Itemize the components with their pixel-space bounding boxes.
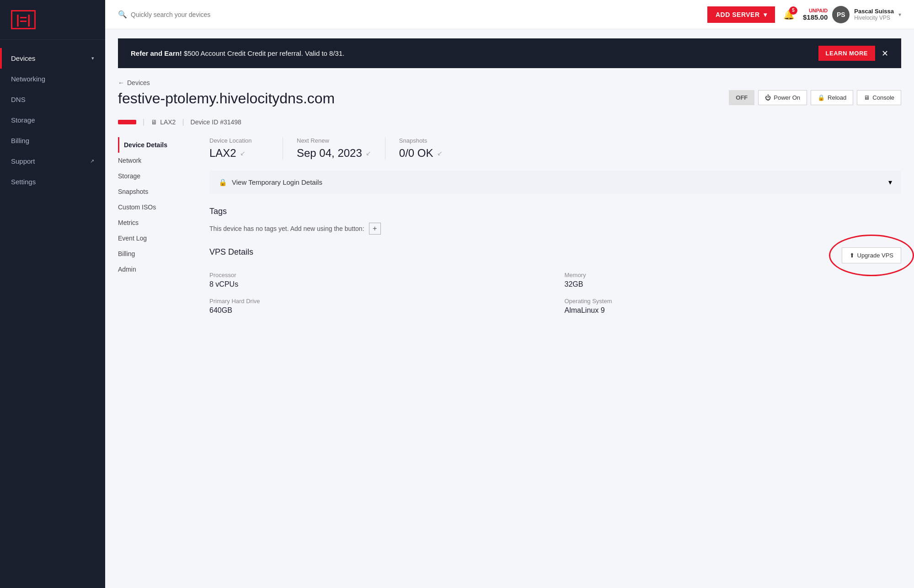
reload-button[interactable]: 🔒 Reload (811, 90, 853, 105)
reload-label: Reload (828, 94, 846, 101)
banner-actions: LEARN MORE ✕ (818, 46, 888, 61)
vps-field-hdd: Primary Hard Drive 640GB (209, 298, 546, 315)
account-status: UNPAID (803, 8, 828, 13)
upgrade-vps-button[interactable]: ⬆ Upgrade VPS (842, 247, 902, 263)
stat-arrow-icon: ↙ (240, 150, 246, 157)
sidebar-item-label: Storage (11, 116, 35, 124)
banner-text: Refer and Earn! $500 Account Credit Cred… (131, 49, 344, 57)
console-icon: 🖥 (864, 94, 870, 101)
add-tag-button[interactable]: + (369, 223, 381, 235)
device-sidebar: Device Details Network Storage Snapshots… (118, 137, 209, 315)
power-on-label: Power On (774, 94, 800, 101)
device-nav-custom-isos[interactable]: Custom ISOs (118, 199, 200, 215)
sidebar-item-settings[interactable]: Settings (0, 171, 105, 192)
sidebar-item-storage[interactable]: Storage (0, 110, 105, 130)
vps-os-label: Operating System (565, 298, 902, 305)
stat-renew-value: Sep 04, 2023 ↙ (297, 147, 371, 160)
device-page: ← Devices festive-ptolemy.hivelocitydns.… (105, 68, 914, 326)
device-layout: Device Details Network Storage Snapshots… (118, 137, 901, 315)
sidebar-item-label: Devices (11, 54, 35, 62)
device-title: festive-ptolemy.hivelocitydns.com (118, 90, 335, 107)
stat-location-label: Device Location (209, 137, 269, 144)
device-nav-admin[interactable]: Admin (118, 262, 200, 277)
logo-icon: |=| (11, 10, 36, 29)
console-button[interactable]: 🖥 Console (857, 90, 901, 105)
stat-location-value: LAX2 ↙ (209, 147, 269, 160)
login-details-section[interactable]: 🔒 View Temporary Login Details ▾ (209, 171, 901, 194)
power-off-button[interactable]: OFF (729, 90, 754, 105)
tags-section: Tags This device has no tags yet. Add ne… (209, 207, 901, 235)
console-label: Console (872, 94, 894, 101)
reload-icon: 🔒 (818, 94, 825, 101)
vps-hdd-value: 640GB (209, 306, 546, 315)
device-nav-network[interactable]: Network (118, 153, 200, 168)
account-company: Hivelocity VPS (854, 15, 894, 21)
upgrade-icon: ⬆ (850, 252, 855, 259)
device-nav-billing[interactable]: Billing (118, 246, 200, 262)
sidebar-item-devices[interactable]: Devices ▾ (0, 48, 105, 69)
vps-field-processor: Processor 8 vCPUs (209, 272, 546, 289)
sidebar-item-dns[interactable]: DNS (0, 89, 105, 110)
promo-banner: Refer and Earn! $500 Account Credit Cred… (118, 38, 901, 68)
stat-location: Device Location LAX2 ↙ (209, 137, 283, 160)
sidebar-item-support[interactable]: Support ↗ (0, 151, 105, 171)
vps-hdd-label: Primary Hard Drive (209, 298, 546, 305)
sidebar-item-networking[interactable]: Networking (0, 69, 105, 89)
vps-header: VPS Details ⬆ Upgrade VPS (209, 247, 901, 263)
search-icon: 🔍 (118, 10, 127, 19)
banner-bold-text: Refer and Earn! (131, 49, 182, 57)
avatar: PS (832, 6, 850, 23)
account-amount: $185.00 (803, 13, 828, 21)
header-actions: ADD SERVER ▾ 🔔 5 UNPAID $185.00 PS Pasca… (707, 6, 901, 23)
sidebar-item-label: Networking (11, 75, 45, 83)
sidebar: |=| Devices ▾ Networking DNS Storage Bil… (0, 0, 105, 588)
stat-renew-arrow-icon: ↙ (366, 150, 371, 157)
device-nav-event-log[interactable]: Event Log (118, 230, 200, 246)
breadcrumb[interactable]: ← Devices (118, 79, 901, 86)
sidebar-item-label: Support (11, 157, 35, 165)
vps-field-memory: Memory 32GB (565, 272, 902, 289)
power-on-button[interactable]: ⏻ Power On (758, 90, 807, 105)
tags-empty-message: This device has no tags yet. Add new usi… (209, 223, 901, 235)
vps-section: VPS Details ⬆ Upgrade VPS Processor (209, 247, 901, 315)
vps-processor-label: Processor (209, 272, 546, 278)
vps-field-os: Operating System AlmaLinux 9 (565, 298, 902, 315)
login-details-left: 🔒 View Temporary Login Details (219, 178, 322, 187)
power-icon: ⏻ (765, 94, 771, 101)
login-details-label: View Temporary Login Details (232, 178, 322, 186)
account-chevron-icon: ▾ (898, 11, 901, 18)
breadcrumb-arrow: ← (118, 79, 124, 86)
lock-icon: 🔒 (219, 178, 227, 187)
notification-bell[interactable]: 🔔 5 (783, 9, 795, 20)
vps-os-value: AlmaLinux 9 (565, 306, 902, 315)
device-meta: | 🖥 LAX2 | Device ID #31498 (118, 118, 901, 126)
sidebar-item-label: Billing (11, 137, 29, 144)
vps-memory-label: Memory (565, 272, 902, 278)
server-icon: 🖥 (151, 118, 157, 126)
stat-snapshots: Snapshots 0/0 OK ↙ (385, 137, 458, 160)
device-nav-snapshots[interactable]: Snapshots (118, 184, 200, 199)
upgrade-label: Upgrade VPS (857, 252, 894, 259)
add-server-button[interactable]: ADD SERVER ▾ (707, 6, 775, 23)
device-nav-device-details[interactable]: Device Details (118, 137, 200, 153)
banner-close-button[interactable]: ✕ (882, 48, 888, 59)
stat-snapshots-arrow-icon: ↙ (437, 150, 443, 157)
chevron-down-icon: ▾ (764, 11, 767, 18)
device-id: Device ID #31498 (191, 118, 241, 126)
stat-snapshots-label: Snapshots (399, 137, 444, 144)
account-balance-info: UNPAID $185.00 (803, 8, 828, 21)
search-input[interactable] (131, 11, 700, 18)
banner-detail-text: $500 Account Credit Credit per referral.… (184, 49, 345, 57)
account-info[interactable]: UNPAID $185.00 PS Pascal Suissa Hiveloci… (803, 6, 901, 23)
stat-renew-label: Next Renew (297, 137, 371, 144)
device-controls: OFF ⏻ Power On 🔒 Reload 🖥 Console (729, 90, 901, 105)
device-nav-storage[interactable]: Storage (118, 168, 200, 184)
main-area: 🔍 ADD SERVER ▾ 🔔 5 UNPAID $185.00 PS Pas… (105, 0, 914, 588)
sidebar-item-billing[interactable]: Billing (0, 130, 105, 151)
device-nav-metrics[interactable]: Metrics (118, 215, 200, 230)
vps-memory-value: 32GB (565, 280, 902, 289)
sidebar-nav: Devices ▾ Networking DNS Storage Billing… (0, 44, 105, 588)
learn-more-button[interactable]: LEARN MORE (818, 46, 875, 61)
stats-row: Device Location LAX2 ↙ Next Renew Sep 04… (209, 137, 901, 160)
notification-badge: 5 (789, 6, 797, 15)
